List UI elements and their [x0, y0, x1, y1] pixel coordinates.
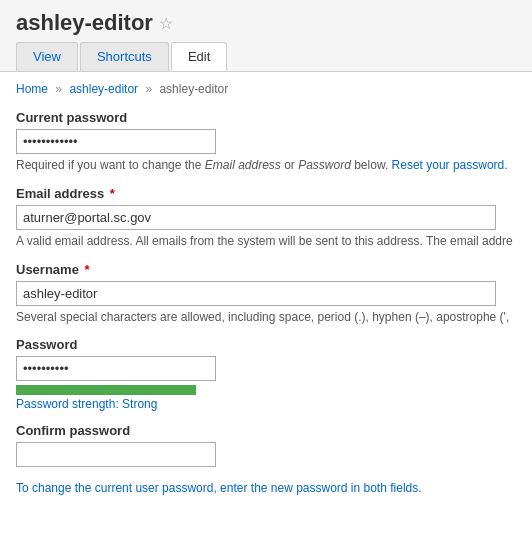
password-group: Password Password strength: Strong	[16, 337, 516, 411]
page-title-row: ashley-editor ☆	[16, 10, 516, 36]
breadcrumb-sep1: »	[55, 82, 65, 96]
confirm-password-label: Confirm password	[16, 423, 516, 438]
email-input[interactable]	[16, 205, 496, 230]
current-password-group: Current password Required if you want to…	[16, 110, 516, 174]
page-header: ashley-editor ☆ View Shortcuts Edit	[0, 0, 532, 72]
username-required-star: *	[81, 262, 90, 277]
username-label: Username *	[16, 262, 516, 277]
bottom-hint: To change the current user password, ent…	[16, 481, 516, 495]
email-label: Email address *	[16, 186, 516, 201]
hint-prefix: Required if you want to change the	[16, 158, 205, 172]
current-password-label: Current password	[16, 110, 516, 125]
hint-suffix: below.	[351, 158, 392, 172]
hint-end: .	[504, 158, 507, 172]
hint-email: Email address	[205, 158, 281, 172]
tabs: View Shortcuts Edit	[16, 42, 516, 71]
breadcrumb-home[interactable]: Home	[16, 82, 48, 96]
email-group: Email address * A valid email address. A…	[16, 186, 516, 250]
username-group: Username * Several special characters ar…	[16, 262, 516, 326]
page-title: ashley-editor	[16, 10, 153, 36]
breadcrumb: Home » ashley-editor » ashley-editor	[16, 82, 516, 96]
hint-middle: or	[281, 158, 298, 172]
star-icon[interactable]: ☆	[159, 14, 173, 33]
email-hint: A valid email address. All emails from t…	[16, 233, 516, 250]
password-strength-label: Password strength: Strong	[16, 397, 516, 411]
tab-view[interactable]: View	[16, 42, 78, 71]
confirm-password-input[interactable]	[16, 442, 216, 467]
confirm-password-group: Confirm password	[16, 423, 516, 467]
breadcrumb-item2: ashley-editor	[159, 82, 228, 96]
breadcrumb-sep2: »	[145, 82, 155, 96]
tab-shortcuts[interactable]: Shortcuts	[80, 42, 169, 71]
password-input[interactable]	[16, 356, 216, 381]
password-strength-bar	[16, 385, 196, 395]
current-password-hint: Required if you want to change the Email…	[16, 157, 516, 174]
username-input[interactable]	[16, 281, 496, 306]
current-password-input[interactable]	[16, 129, 216, 154]
username-hint: Several special characters are allowed, …	[16, 309, 516, 326]
password-label: Password	[16, 337, 516, 352]
breadcrumb-item1[interactable]: ashley-editor	[69, 82, 138, 96]
main-content: Home » ashley-editor » ashley-editor Cur…	[0, 72, 532, 511]
tab-edit[interactable]: Edit	[171, 42, 227, 71]
reset-password-link[interactable]: Reset your password	[392, 158, 505, 172]
hint-password-word: Password	[298, 158, 351, 172]
email-required-star: *	[106, 186, 115, 201]
